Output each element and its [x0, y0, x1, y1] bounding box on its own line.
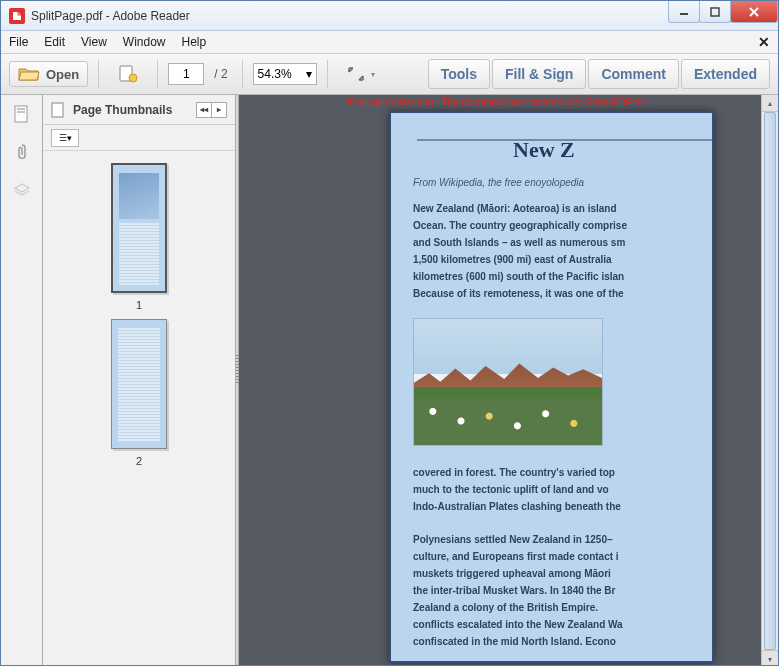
zoom-value: 54.3% [258, 67, 292, 81]
thumbnails-options-menu[interactable]: ☰▾ [51, 129, 79, 147]
document-paragraph: New Zealand (Māori: Aotearoa) is an isla… [413, 200, 712, 302]
thumbnails-next-button[interactable]: ▸ [211, 102, 227, 118]
svg-rect-6 [17, 108, 25, 110]
svg-point-4 [129, 74, 137, 82]
close-button[interactable] [730, 1, 778, 23]
menu-window[interactable]: Window [123, 35, 166, 49]
menu-edit[interactable]: Edit [44, 35, 65, 49]
toolbar: Open / 2 54.3% ▾ ▾ Tools Fill & Sign Com… [1, 53, 778, 95]
document-subtitle: From Wikipedia, the free enoyolopedia [413, 177, 712, 188]
separator [157, 60, 158, 88]
window-title: SplitPage.pdf - Adobe Reader [31, 9, 669, 23]
scroll-up-button[interactable]: ▴ [762, 95, 778, 112]
fill-sign-button[interactable]: Fill & Sign [492, 59, 586, 89]
thumbnail-item[interactable]: 1 [111, 163, 167, 311]
layers-tab[interactable] [11, 179, 33, 201]
minimize-button[interactable] [668, 1, 700, 23]
thumbnails-header: Page Thumbnails ◂◂ ▸ [43, 95, 235, 125]
thumbnails-list: 1 2 [43, 151, 235, 666]
chevron-down-icon: ▾ [306, 67, 312, 81]
svg-rect-7 [17, 111, 25, 113]
svg-rect-8 [52, 103, 63, 117]
thumbnail-item[interactable]: 2 [111, 319, 167, 467]
menu-file[interactable]: File [9, 35, 28, 49]
scroll-thumb[interactable] [764, 112, 776, 650]
right-actions: Tools Fill & Sign Comment Extended [428, 59, 770, 89]
extended-button[interactable]: Extended [681, 59, 770, 89]
scroll-down-button[interactable]: ▾ [762, 650, 778, 666]
extended-label: Extended [694, 66, 757, 82]
print-page-button[interactable] [109, 60, 147, 88]
document-image [413, 318, 603, 446]
svg-rect-2 [711, 8, 719, 16]
document-paragraph: Polynesians settled New Zealand in 1250–… [413, 531, 712, 650]
page-thumbnails-tab[interactable] [11, 103, 33, 125]
zoom-select[interactable]: 54.3% ▾ [253, 63, 317, 85]
titlebar: SplitPage.pdf - Adobe Reader [1, 1, 778, 31]
adobe-reader-icon [9, 8, 25, 24]
folder-open-icon [18, 66, 40, 82]
expand-icon [347, 66, 365, 82]
fill-sign-label: Fill & Sign [505, 66, 573, 82]
vertical-scrollbar[interactable]: ▴ ▾ [761, 95, 778, 666]
thumbnail-label: 2 [111, 455, 167, 467]
thumbnail-page-2[interactable] [111, 319, 167, 449]
attachments-tab[interactable] [11, 141, 33, 163]
chevron-down-icon: ▾ [371, 70, 375, 79]
document-sun-icon [118, 65, 138, 83]
document-close-button[interactable]: ✕ [758, 34, 770, 50]
thumbnail-page-1[interactable] [111, 163, 167, 293]
thumbnails-prev-button[interactable]: ◂◂ [196, 102, 212, 118]
open-button[interactable]: Open [9, 61, 88, 87]
navigation-pane-bar [1, 95, 43, 666]
page-thumbnails-panel: Page Thumbnails ◂◂ ▸ ☰▾ 1 2 [43, 95, 236, 666]
read-mode-button[interactable]: ▾ [338, 61, 384, 87]
comment-button[interactable]: Comment [588, 59, 679, 89]
document-paragraph: covered in forest. The country's varied … [413, 464, 712, 515]
separator [242, 60, 243, 88]
thumbnails-nav: ◂◂ ▸ [197, 102, 227, 118]
open-label: Open [46, 67, 79, 82]
tools-button[interactable]: Tools [428, 59, 490, 89]
evaluation-warning: Evaluation Warning : The document was cr… [347, 97, 778, 108]
main-area: Page Thumbnails ◂◂ ▸ ☰▾ 1 2 [1, 95, 778, 666]
page-icon [51, 102, 65, 118]
thumbnail-label: 1 [111, 299, 167, 311]
tools-label: Tools [441, 66, 477, 82]
page-total-label: / 2 [214, 67, 227, 81]
menu-help[interactable]: Help [182, 35, 207, 49]
menubar: File Edit View Window Help ✕ [1, 31, 778, 53]
comment-label: Comment [601, 66, 666, 82]
separator [327, 60, 328, 88]
thumbnails-title: Page Thumbnails [73, 103, 172, 117]
maximize-button[interactable] [699, 1, 731, 23]
pdf-page: New Z From Wikipedia, the free enoyolope… [389, 111, 714, 663]
document-viewport[interactable]: Evaluation Warning : The document was cr… [239, 95, 778, 666]
window-controls [669, 1, 778, 30]
thumbnails-options: ☰▾ [43, 125, 235, 151]
document-title: New Z [513, 137, 712, 163]
page-number-input[interactable] [168, 63, 204, 85]
menu-view[interactable]: View [81, 35, 107, 49]
scroll-track[interactable] [762, 112, 778, 650]
separator [98, 60, 99, 88]
